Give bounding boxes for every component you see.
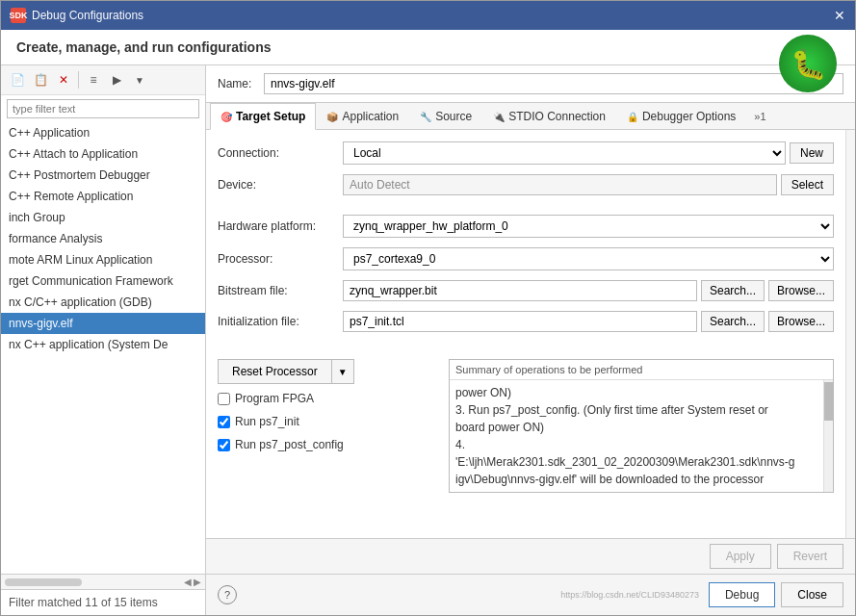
- sidebar-item-target-comm[interactable]: rget Communication Framework: [1, 270, 205, 292]
- logo-bug-icon: 🐛: [779, 35, 837, 92]
- summary-panel: Summary of operations to be performed po…: [449, 359, 834, 493]
- init-row: Initialization file: Search... Browse...: [218, 311, 834, 332]
- tab-debugger-options[interactable]: 🔒 Debugger Options: [616, 103, 746, 129]
- program-fpga-row: Program FPGA: [218, 390, 439, 407]
- summary-content: power ON) 3. Run ps7_post_config. (Only …: [450, 380, 823, 492]
- bottom-section: Reset Processor ▼ Program FPGA: [218, 359, 834, 493]
- sidebar-item-nnvs-gigv[interactable]: nnvs-gigv.elf: [1, 313, 205, 334]
- bitstream-input[interactable]: [343, 280, 697, 301]
- tab-content-wrapper: Connection: Local Remote New Device:: [206, 130, 855, 538]
- main-panel-scrollbar[interactable]: [845, 130, 855, 538]
- debugger-icon: 🔒: [627, 112, 638, 122]
- delete-config-button[interactable]: ✕: [53, 69, 74, 90]
- name-input[interactable]: [264, 73, 843, 94]
- init-search-button[interactable]: Search...: [701, 311, 765, 332]
- init-group: Search... Browse...: [343, 311, 834, 332]
- summary-scrollbar[interactable]: [823, 380, 833, 492]
- name-label: Name:: [218, 77, 256, 90]
- main-panel: Name: 🎯 Target Setup 📦 Application 🔧 Sou…: [206, 65, 855, 615]
- sidebar-horizontal-scrollbar[interactable]: ◀ ▶: [1, 574, 205, 589]
- bitstream-row: Bitstream file: Search... Browse...: [218, 280, 834, 301]
- help-button[interactable]: ?: [218, 585, 237, 604]
- action-bar-right: Debug Close: [709, 582, 843, 607]
- bitstream-search-button[interactable]: Search...: [701, 280, 765, 301]
- sidebar-item-cpp-app[interactable]: C++ Application: [1, 122, 205, 143]
- sidebar-item-nx-system[interactable]: nx C++ application (System De: [1, 334, 205, 355]
- sidebar-item-inch-group[interactable]: inch Group: [1, 207, 205, 228]
- tabs-overflow-button[interactable]: »1: [746, 105, 773, 128]
- window-title: Debug Configurations: [32, 9, 143, 22]
- search-box: [1, 95, 205, 122]
- program-fpga-checkbox[interactable]: [218, 393, 230, 405]
- new-config-button[interactable]: 📄: [7, 69, 28, 90]
- hardware-row: Hardware platform: zynq_wrapper_hw_platf…: [218, 215, 834, 238]
- summary-line-0: power ON): [455, 384, 817, 401]
- watermark-text: https://blog.csdn.net/CLID93480273: [237, 590, 709, 600]
- debug-button[interactable]: Debug: [709, 582, 775, 607]
- copy-config-button[interactable]: 📋: [30, 69, 51, 90]
- processor-select[interactable]: ps7_cortexa9_0: [343, 247, 834, 270]
- sidebar-item-cpp-attach[interactable]: C++ Attach to Application: [1, 143, 205, 165]
- window-close-button[interactable]: ✕: [834, 8, 845, 23]
- tab-application-label: Application: [342, 110, 399, 123]
- run-ps7-init-label[interactable]: Run ps7_init: [235, 415, 299, 428]
- device-input: [343, 174, 777, 195]
- tab-source-label: Source: [435, 110, 472, 123]
- reset-processor-button[interactable]: Reset Processor: [218, 359, 331, 384]
- title-bar-left: SDK Debug Configurations: [11, 8, 143, 23]
- program-fpga-label[interactable]: Program FPGA: [235, 392, 314, 405]
- device-label: Device:: [218, 178, 343, 192]
- run-ps7-post-label[interactable]: Run ps7_post_config: [235, 438, 344, 451]
- init-input[interactable]: [343, 311, 697, 332]
- sidebar-item-perf-analysis[interactable]: formance Analysis: [1, 228, 205, 249]
- debug-configurations-window: SDK Debug Configurations ✕ Create, manag…: [0, 0, 856, 616]
- bitstream-browse-button[interactable]: Browse...: [768, 280, 834, 301]
- more-button[interactable]: ▼: [129, 69, 150, 90]
- tabs-bar: 🎯 Target Setup 📦 Application 🔧 Source 🔌 …: [206, 103, 855, 130]
- spacer2: [218, 342, 834, 349]
- source-icon: 🔧: [420, 112, 431, 122]
- expand-button[interactable]: ▶: [106, 69, 127, 90]
- tab-content: Connection: Local Remote New Device:: [206, 130, 845, 538]
- select-device-button[interactable]: Select: [781, 174, 834, 195]
- run-ps7-post-checkbox[interactable]: [218, 439, 230, 451]
- apply-button[interactable]: Apply: [710, 544, 771, 569]
- tab-source[interactable]: 🔧 Source: [409, 103, 482, 129]
- summary-line-1: 3. Run ps7_post_config. (Only first time…: [455, 401, 817, 419]
- device-row: Device: Select: [218, 174, 834, 195]
- reset-processor-dropdown[interactable]: ▼: [331, 359, 354, 384]
- hardware-select[interactable]: zynq_wrapper_hw_platform_0: [343, 215, 834, 238]
- sdk-icon: SDK: [11, 8, 26, 23]
- tab-stdio[interactable]: 🔌 STDIO Connection: [482, 103, 616, 129]
- sidebar-item-cpp-remote[interactable]: C++ Remote Application: [1, 186, 205, 207]
- summary-with-scroll: power ON) 3. Run ps7_post_config. (Only …: [450, 380, 833, 492]
- tab-target-setup[interactable]: 🎯 Target Setup: [210, 103, 316, 130]
- summary-line-4: 'E:\ljh\Merak2301.sdk_2301_02_20200309\M…: [455, 453, 817, 471]
- tab-application[interactable]: 📦 Application: [316, 103, 409, 129]
- summary-title: Summary of operations to be performed: [450, 360, 833, 380]
- sidebar-item-arm-linux[interactable]: mote ARM Linux Application: [1, 249, 205, 270]
- processor-row: Processor: ps7_cortexa9_0: [218, 247, 834, 270]
- sidebar-scroll-thumb: [5, 578, 82, 586]
- sidebar-item-nx-gdb[interactable]: nx C/C++ application (GDB): [1, 292, 205, 313]
- connection-select[interactable]: Local Remote: [343, 141, 786, 165]
- summary-line-5: igv\Debug\nnvs-gigv.elf' will be downloa…: [455, 471, 817, 488]
- tab-debugger-label: Debugger Options: [642, 110, 736, 123]
- window-body: 📄 📋 ✕ ≡ ▶ ▼ C++ Application C++ Attach t…: [1, 65, 855, 615]
- new-connection-button[interactable]: New: [790, 142, 834, 164]
- revert-button[interactable]: Revert: [777, 544, 843, 569]
- device-group: Select: [343, 174, 834, 195]
- run-ps7-post-row: Run ps7_post_config: [218, 436, 439, 453]
- sidebar: 📄 📋 ✕ ≡ ▶ ▼ C++ Application C++ Attach t…: [1, 65, 206, 615]
- init-browse-button[interactable]: Browse...: [768, 311, 834, 332]
- sidebar-item-cpp-postmortem[interactable]: C++ Postmortem Debugger: [1, 165, 205, 186]
- close-button[interactable]: Close: [781, 582, 843, 607]
- window-subtitle: Create, manage, and run configurations: [16, 39, 840, 55]
- spacer1: [218, 205, 834, 215]
- summary-scroll-thumb: [824, 382, 833, 421]
- window-header: Create, manage, and run configurations 🐛: [1, 30, 855, 65]
- filter-button[interactable]: ≡: [83, 69, 104, 90]
- run-ps7-init-checkbox[interactable]: [218, 416, 230, 428]
- filter-input[interactable]: [7, 99, 199, 118]
- run-ps7-init-row: Run ps7_init: [218, 413, 439, 430]
